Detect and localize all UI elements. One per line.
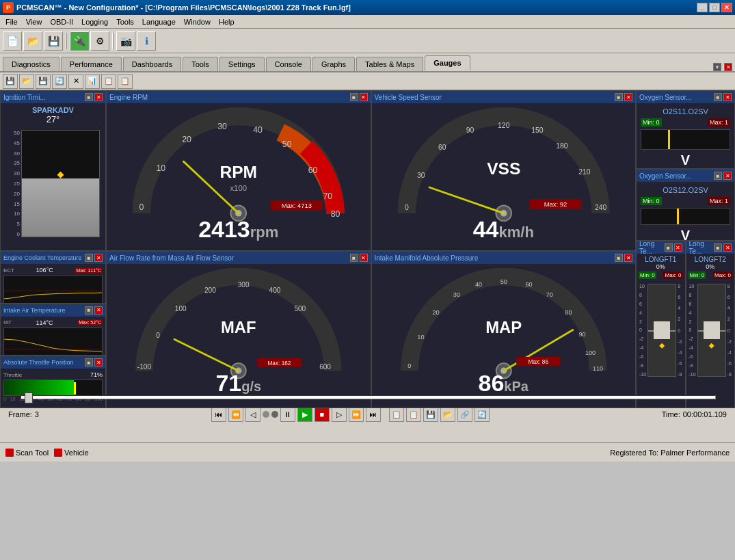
- info-button[interactable]: ℹ: [137, 31, 156, 51]
- tab-graphs[interactable]: Graphs: [312, 57, 355, 71]
- menu-tools[interactable]: Tools: [112, 16, 138, 27]
- slider-thumb[interactable]: [25, 392, 33, 403]
- tab-performance[interactable]: Performance: [61, 57, 122, 71]
- svg-text:x100: x100: [230, 184, 247, 192]
- svg-line-44: [174, 339, 239, 371]
- spark-label: SPARKADV: [32, 106, 74, 114]
- skip-start-button[interactable]: ⏮: [211, 407, 226, 422]
- registered-to: Registered To: Palmer Performance: [610, 449, 730, 457]
- transport-controls: ⏮ ⏪ ◁ ⏸ ▶ ■ ▷ ⏩ ⏭ 📋 📋 💾 📂 🔗 🔄: [211, 407, 490, 422]
- longft2-close[interactable]: ✕: [723, 243, 732, 252]
- capture-button[interactable]: 📷: [116, 31, 135, 51]
- skip-end-button[interactable]: ⏭: [366, 407, 381, 422]
- sub-btn-3[interactable]: 💾: [36, 74, 51, 89]
- longft1-title-bar: Long Te... ■ ✕: [637, 241, 685, 254]
- fast-fwd-button[interactable]: ⏩: [349, 407, 364, 422]
- throttle-pin[interactable]: ■: [85, 358, 93, 366]
- app-icon: P: [3, 2, 14, 13]
- sub-btn-4[interactable]: 🔄: [52, 74, 67, 89]
- tab-close[interactable]: ✕: [724, 63, 732, 71]
- tab-diagnostics[interactable]: Diagnostics: [3, 57, 59, 71]
- new-button[interactable]: 📄: [3, 31, 22, 51]
- sub-btn-8[interactable]: 📋: [118, 74, 133, 89]
- close-button[interactable]: ✕: [721, 3, 732, 12]
- longft2-panel: Long Te... ■ ✕ LONGFT2 0% Min: 0 Max: 0: [686, 241, 736, 408]
- svg-text:400: 400: [269, 286, 281, 294]
- ect-close[interactable]: ✕: [94, 254, 103, 262]
- maf-pin[interactable]: ■: [350, 254, 358, 262]
- iat-panel: Intake Air Temperature ■ ✕ IAT 114°C Max…: [0, 304, 106, 356]
- rpm-pin[interactable]: ■: [350, 93, 358, 101]
- sub-btn-7[interactable]: 📋: [101, 74, 116, 89]
- stop-button[interactable]: ■: [315, 407, 330, 422]
- map-pin[interactable]: ■: [615, 254, 623, 262]
- tab-dropdown[interactable]: ▼: [713, 63, 721, 71]
- tab-gauges[interactable]: Gauges: [425, 55, 470, 71]
- copy-button[interactable]: 📋: [389, 407, 404, 422]
- vss-close[interactable]: ✕: [624, 93, 632, 101]
- vss-title: Vehicle Speed Sensor: [375, 94, 442, 101]
- menu-help[interactable]: Help: [215, 16, 239, 27]
- vss-pin[interactable]: ■: [615, 93, 623, 101]
- menu-window[interactable]: Window: [180, 16, 215, 27]
- vehicle-dot: [54, 449, 62, 457]
- tab-console[interactable]: Console: [266, 57, 311, 71]
- minimize-button[interactable]: _: [697, 3, 708, 12]
- connect-button[interactable]: 🔌: [70, 31, 89, 51]
- ect-panel: Engine Coolant Temperature ■ ✕ ECT 106°C…: [0, 251, 106, 304]
- throttle-close[interactable]: ✕: [94, 358, 103, 366]
- svg-text:100: 100: [585, 349, 595, 356]
- menu-file[interactable]: File: [1, 16, 22, 27]
- ignition-timing-pin[interactable]: ■: [85, 93, 93, 101]
- tab-tables-maps[interactable]: Tables & Maps: [356, 57, 423, 71]
- rpm-close[interactable]: ✕: [360, 93, 368, 101]
- longft1-close[interactable]: ✕: [674, 243, 682, 252]
- open-button[interactable]: 📂: [23, 31, 42, 51]
- paste-button[interactable]: 📋: [406, 407, 421, 422]
- svg-text:20: 20: [432, 309, 439, 316]
- menu-view[interactable]: View: [22, 16, 46, 27]
- save-button[interactable]: 💾: [44, 31, 63, 51]
- sub-btn-1[interactable]: 💾: [3, 74, 18, 89]
- sub-btn-6[interactable]: 📊: [85, 74, 100, 89]
- menu-logging[interactable]: Logging: [77, 16, 112, 27]
- import-button[interactable]: 📂: [440, 407, 455, 422]
- menu-language[interactable]: Language: [138, 16, 180, 27]
- o2s11-pin[interactable]: ■: [714, 93, 722, 101]
- export-button[interactable]: 💾: [423, 407, 438, 422]
- sub-btn-2[interactable]: 📂: [19, 74, 34, 89]
- svg-text:10: 10: [417, 334, 424, 341]
- playback-slider[interactable]: [21, 395, 716, 399]
- maf-title-bar: Air Flow Rate from Mass Air Flow Sensor …: [107, 252, 371, 264]
- o2s12-max: Max: 1: [708, 197, 730, 205]
- o2s12-pin[interactable]: ■: [714, 172, 722, 180]
- ignition-timing-close[interactable]: ✕: [94, 93, 103, 101]
- sub-btn-5[interactable]: ✕: [68, 74, 83, 89]
- step-fwd-button[interactable]: ▷: [332, 407, 347, 422]
- rewind-button[interactable]: ⏪: [228, 407, 243, 422]
- o2s11-close[interactable]: ✕: [723, 93, 732, 101]
- iat-title: Intake Air Temperature: [3, 307, 65, 314]
- svg-text:110: 110: [592, 365, 602, 372]
- ect-pin[interactable]: ■: [85, 254, 93, 262]
- tab-dashboards[interactable]: Dashboards: [123, 57, 181, 71]
- step-back-button[interactable]: ◁: [245, 407, 260, 422]
- refresh-button[interactable]: 🔄: [475, 407, 490, 422]
- window-controls: _ □ ✕: [697, 3, 732, 12]
- menu-obd2[interactable]: OBD-II: [46, 16, 77, 27]
- tab-settings[interactable]: Settings: [219, 57, 265, 71]
- maf-close[interactable]: ✕: [360, 254, 368, 262]
- longft2-pin[interactable]: ■: [714, 243, 722, 252]
- iat-close[interactable]: ✕: [94, 306, 103, 315]
- map-close[interactable]: ✕: [624, 254, 632, 262]
- longft1-pin[interactable]: ■: [665, 243, 673, 252]
- pause-button[interactable]: ⏸: [280, 407, 295, 422]
- maximize-button[interactable]: □: [709, 3, 720, 12]
- o2s12-close[interactable]: ✕: [723, 172, 732, 180]
- title-bar: P PCMSCAN™ - New Configuration* - [C:\Pr…: [0, 0, 735, 15]
- iat-pin[interactable]: ■: [85, 306, 93, 315]
- settings-button[interactable]: ⚙: [90, 31, 109, 51]
- play-button[interactable]: ▶: [297, 407, 312, 422]
- share-button[interactable]: 🔗: [457, 407, 472, 422]
- tab-tools[interactable]: Tools: [183, 57, 218, 71]
